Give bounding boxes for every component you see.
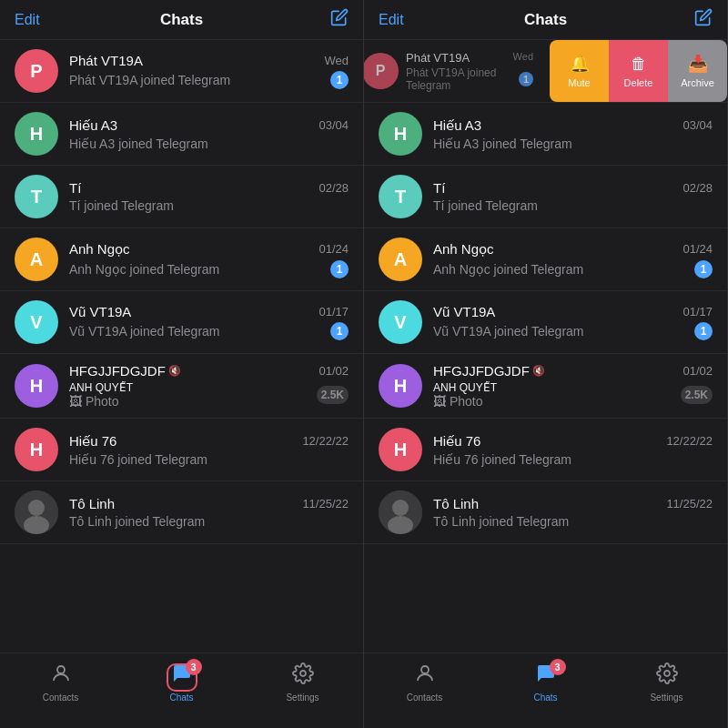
right-title: Chats	[524, 11, 567, 29]
swiped-chat-content: P Phát VT19A Wed Phát VT19A joined Teleg…	[364, 40, 541, 102]
right-chat-item-hieu-a3[interactable]: H Hiếu A3 03/04 Hiếu A3 joined Telegram	[364, 103, 727, 166]
chat-name-hieu-76: Hiếu 76	[69, 433, 116, 450]
left-panel: Edit Chats P Phát VT19A Wed Phát VT19A j…	[0, 0, 364, 728]
right-chat-preview-hieu-a3: Hiếu A3 joined Telegram	[433, 136, 572, 151]
chat-date-hieu-a3: 03/04	[318, 118, 349, 132]
right-avatar-ti: T	[379, 175, 422, 218]
chat-date-hfg: 01/02	[318, 364, 349, 378]
left-compose-icon[interactable]	[312, 8, 349, 31]
avatar-vu-vt19a: V	[15, 300, 58, 344]
swiped-avatar: P	[364, 53, 399, 89]
right-chat-sender-hfg: ANH QUYẾT	[433, 381, 497, 394]
right-chat-info-hfg: HFGJJFDGJDF 🔇 01/02 ANH QUYẾT 🖼 Photo 2.…	[433, 363, 713, 409]
right-avatar-hfg: H	[379, 364, 422, 408]
right-chat-info-hieu-76: Hiếu 76 12/22/22 Hiếu 76 joined Telegram	[433, 433, 713, 467]
right-chat-item-to-linh[interactable]: Tô Linh 11/25/22 Tô Linh joined Telegram	[364, 481, 727, 544]
archive-action-icon: 📥	[688, 54, 708, 74]
right-chat-info-ti: Tí 02/28 Tí joined Telegram	[433, 180, 713, 213]
right-chat-name-to-linh: Tô Linh	[433, 496, 479, 511]
right-chat-date-hfg: 01/02	[682, 364, 713, 378]
right-mute-icon-hfg: 🔇	[532, 365, 545, 377]
right-chat-info-anh-ngoc: Anh Ngọc 01/24 Anh Ngọc joined Telegram …	[433, 241, 713, 278]
chat-name-phat: Phát VT19A	[69, 53, 143, 68]
chat-name-anh-ngoc: Anh Ngọc	[69, 241, 130, 258]
right-chat-preview-anh-ngoc: Anh Ngọc joined Telegram	[433, 262, 583, 277]
chat-item-to-linh[interactable]: Tô Linh 11/25/22 Tô Linh joined Telegram	[0, 481, 363, 544]
chat-item-ti[interactable]: T Tí 02/28 Tí joined Telegram	[0, 166, 363, 228]
swiped-date: Wed	[513, 51, 533, 65]
right-nav-chats-label: Chats	[533, 693, 557, 703]
right-chat-item-hfg[interactable]: H HFGJJFDGJDF 🔇 01/02 ANH QUYẾT 🖼 Photo …	[364, 354, 727, 419]
chat-info-vu-vt19a: Vũ VT19A 01/17 Vũ VT19A joined Telegram …	[69, 304, 349, 340]
chat-item-hfg[interactable]: H HFGJJFDGJDF 🔇 01/02 ANH QUYẾT 🖼 Photo …	[0, 354, 363, 419]
right-edit-button[interactable]: Edit	[379, 12, 415, 28]
nav-chats[interactable]: 3 Chats	[121, 662, 242, 703]
chat-info-anh-ngoc: Anh Ngọc 01/24 Anh Ngọc joined Telegram …	[69, 241, 349, 278]
chat-info-phat: Phát VT19A Wed Phát VT19A joined Telegra…	[69, 53, 349, 89]
right-chat-date-to-linh: 11/25/22	[666, 497, 713, 511]
right-chat-item-hieu-76[interactable]: H Hiếu 76 12/22/22 Hiếu 76 joined Telegr…	[364, 419, 727, 481]
mute-icon-hfg: 🔇	[168, 365, 181, 377]
nav-settings[interactable]: Settings	[242, 662, 363, 703]
chat-preview-to-linh: Tô Linh joined Telegram	[69, 514, 205, 529]
right-chat-item-ti[interactable]: T Tí 02/28 Tí joined Telegram	[364, 166, 727, 228]
chat-date-anh-ngoc: 01/24	[318, 242, 349, 256]
right-chat-date-vu-vt19a: 01/17	[682, 305, 713, 318]
chat-name-hieu-a3: Hiếu A3	[69, 117, 117, 134]
badge-hfg: 2.5K	[317, 386, 349, 404]
right-bottom-nav: Contacts 3 Chats Settings	[364, 652, 727, 728]
right-nav-settings-label: Settings	[650, 693, 682, 703]
avatar-hieu-a3: H	[15, 112, 58, 156]
avatar-to-linh	[15, 490, 58, 534]
swiped-info: Phát VT19A Wed Phát VT19A joined Telegra…	[406, 51, 533, 92]
right-chats-badge: 3	[550, 659, 566, 675]
right-chat-item-vu-vt19a[interactable]: V Vũ VT19A 01/17 Vũ VT19A joined Telegra…	[364, 291, 727, 354]
avatar-ti: T	[15, 175, 58, 218]
right-nav-contacts[interactable]: Contacts	[364, 662, 485, 703]
chat-preview-hieu-a3: Hiếu A3 joined Telegram	[69, 136, 208, 151]
right-nav-chats[interactable]: 3 Chats	[485, 662, 606, 703]
chat-item-phat[interactable]: P Phát VT19A Wed Phát VT19A joined Teleg…	[0, 40, 363, 103]
chat-preview-vu-vt19a: Vũ VT19A joined Telegram	[69, 324, 220, 339]
nav-contacts[interactable]: Contacts	[0, 662, 121, 703]
chat-preview-hfg: 🖼 Photo	[69, 394, 133, 409]
chat-item-hieu-76[interactable]: H Hiếu 76 12/22/22 Hiếu 76 joined Telegr…	[0, 419, 363, 481]
right-chat-date-anh-ngoc: 01/24	[682, 242, 713, 256]
badge-vu-vt19a: 1	[330, 322, 349, 340]
right-avatar-hieu-a3: H	[379, 112, 422, 156]
right-chat-preview-vu-vt19a: Vũ VT19A joined Telegram	[433, 324, 584, 339]
chat-info-hieu-a3: Hiếu A3 03/04 Hiếu A3 joined Telegram	[69, 117, 349, 151]
chat-date-to-linh: 11/25/22	[302, 497, 349, 511]
delete-action-icon: 🗑	[631, 55, 647, 74]
swiped-name: Phát VT19A	[406, 51, 470, 65]
right-chat-name-anh-ngoc: Anh Ngọc	[433, 241, 494, 258]
left-chat-list: P Phát VT19A Wed Phát VT19A joined Teleg…	[0, 40, 363, 652]
right-compose-icon[interactable]	[676, 8, 713, 31]
chat-item-hieu-a3[interactable]: H Hiếu A3 03/04 Hiếu A3 joined Telegram	[0, 103, 363, 166]
chat-item-vu-vt19a[interactable]: V Vũ VT19A 01/17 Vũ VT19A joined Telegra…	[0, 291, 363, 354]
right-chat-item-anh-ngoc[interactable]: A Anh Ngọc 01/24 Anh Ngọc joined Telegra…	[364, 228, 727, 291]
chat-info-to-linh: Tô Linh 11/25/22 Tô Linh joined Telegram	[69, 496, 349, 529]
chat-info-hfg: HFGJJFDGJDF 🔇 01/02 ANH QUYẾT 🖼 Photo 2.…	[69, 363, 349, 409]
right-avatar-vu-vt19a: V	[379, 300, 422, 344]
archive-action-button[interactable]: 📥 Archive	[668, 40, 727, 102]
right-chat-info-to-linh: Tô Linh 11/25/22 Tô Linh joined Telegram	[433, 496, 713, 529]
chat-preview-ti: Tí joined Telegram	[69, 198, 174, 213]
nav-settings-label: Settings	[286, 693, 318, 703]
right-nav-settings[interactable]: Settings	[606, 662, 727, 703]
svg-point-6	[392, 500, 409, 516]
delete-action-button[interactable]: 🗑 Delete	[609, 40, 668, 102]
left-edit-button[interactable]: Edit	[15, 12, 51, 28]
mute-action-icon: 🔔	[570, 54, 590, 74]
right-chat-date-ti: 02/28	[682, 181, 713, 195]
right-contacts-icon	[414, 662, 436, 690]
avatar-anh-ngoc: A	[15, 238, 58, 281]
chat-item-anh-ngoc[interactable]: A Anh Ngọc 01/24 Anh Ngọc joined Telegra…	[0, 228, 363, 291]
chat-preview-anh-ngoc: Anh Ngọc joined Telegram	[69, 262, 219, 277]
chat-sender-hfg: ANH QUYẾT	[69, 381, 133, 394]
mute-action-button[interactable]: 🔔 Mute	[550, 40, 609, 102]
badge-phat: 1	[330, 71, 349, 89]
left-title: Chats	[160, 11, 203, 29]
right-chat-preview-to-linh: Tô Linh joined Telegram	[433, 514, 569, 529]
right-chat-name-hieu-76: Hiếu 76	[433, 433, 480, 450]
